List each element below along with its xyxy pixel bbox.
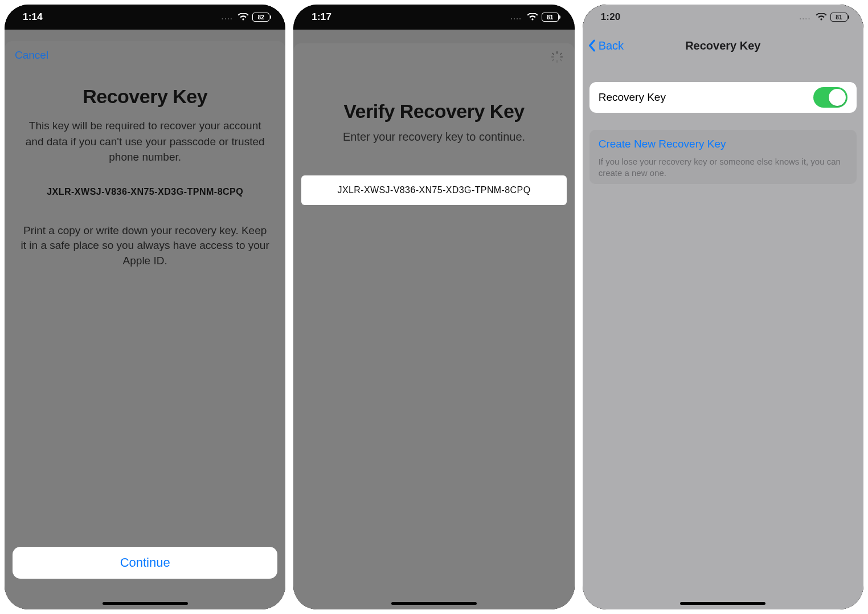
svg-rect-4 — [552, 52, 555, 55]
svg-rect-5 — [559, 59, 562, 62]
cellular-dots-icon: .... — [510, 14, 522, 21]
continue-button-label: Continue — [120, 555, 170, 570]
page-note: Print a copy or write down your recovery… — [16, 223, 274, 269]
home-indicator — [5, 602, 285, 605]
svg-rect-1 — [556, 60, 558, 63]
page-subtitle: Enter your recovery key to continue. — [293, 130, 574, 144]
recovery-key-toggle[interactable] — [813, 87, 847, 108]
continue-button[interactable]: Continue — [13, 547, 277, 579]
wifi-icon — [527, 13, 538, 21]
battery-icon: 81 — [830, 13, 847, 22]
back-button[interactable]: Back — [588, 30, 624, 62]
screen-verify-recovery-key: 1:17 .... 81 Verify Recovery Key Enter y… — [293, 5, 574, 609]
home-indicator — [293, 602, 574, 605]
status-bar: 1:17 .... 81 — [293, 5, 574, 30]
svg-rect-3 — [560, 56, 563, 58]
nav-bar: Back Recovery Key — [583, 30, 863, 62]
page-description: This key will be required to recover you… — [16, 118, 274, 165]
toggle-label: Recovery Key — [599, 91, 666, 104]
create-new-key-row[interactable]: Create New Recovery Key If you lose your… — [589, 130, 857, 184]
status-time: 1:17 — [312, 11, 331, 23]
recovery-key-input-value: JXLR-XWSJ-V836-XN75-XD3G-TPNM-8CPQ — [337, 185, 530, 195]
nav-title: Recovery Key — [685, 39, 760, 52]
cellular-dots-icon: .... — [800, 14, 811, 21]
modal-card: Cancel Recovery Key This key will be req… — [5, 41, 285, 609]
svg-rect-7 — [559, 52, 562, 55]
svg-rect-0 — [556, 51, 558, 54]
create-new-key-label: Create New Recovery Key — [599, 138, 726, 150]
svg-rect-6 — [552, 59, 555, 62]
battery-icon: 82 — [252, 13, 269, 22]
back-label: Back — [599, 39, 624, 52]
recovery-key-toggle-row: Recovery Key — [589, 82, 857, 113]
modal-card: Verify Recovery Key Enter your recovery … — [293, 43, 574, 609]
wifi-icon — [238, 13, 249, 21]
modal-nav — [293, 43, 574, 71]
recovery-key-value: JXLR-XWSJ-V836-XN75-XD3G-TPNM-8CPQ — [16, 187, 274, 197]
page-title: Verify Recovery Key — [293, 100, 574, 122]
chevron-left-icon — [588, 39, 596, 52]
cancel-button[interactable]: Cancel — [15, 49, 48, 62]
screen-recovery-key-settings: 1:20 .... 81 Back Recovery Key Recovery … — [583, 5, 863, 609]
battery-icon: 81 — [542, 13, 559, 22]
svg-rect-2 — [551, 56, 554, 58]
create-new-key-footer: If you lose your recovery key or someone… — [599, 156, 847, 178]
status-icons: .... 82 — [222, 13, 269, 22]
home-indicator — [583, 602, 863, 605]
spinner-icon — [551, 51, 563, 63]
page-title: Recovery Key — [16, 85, 274, 108]
status-bar: 1:20 .... 81 — [583, 5, 863, 30]
toggle-knob — [829, 89, 846, 106]
status-icons: .... 81 — [800, 13, 847, 22]
modal-nav: Cancel — [5, 41, 285, 69]
screen-recovery-key-show: 1:14 .... 82 Cancel Recovery Key This ke… — [5, 5, 285, 609]
status-icons: .... 81 — [510, 13, 558, 22]
recovery-key-input[interactable]: JXLR-XWSJ-V836-XN75-XD3G-TPNM-8CPQ — [301, 175, 566, 205]
status-time: 1:14 — [23, 11, 43, 23]
cellular-dots-icon: .... — [222, 14, 233, 21]
status-time: 1:20 — [601, 11, 621, 23]
toggle-group: Recovery Key — [583, 82, 863, 113]
wifi-icon — [816, 13, 827, 21]
status-bar: 1:14 .... 82 — [5, 5, 285, 30]
